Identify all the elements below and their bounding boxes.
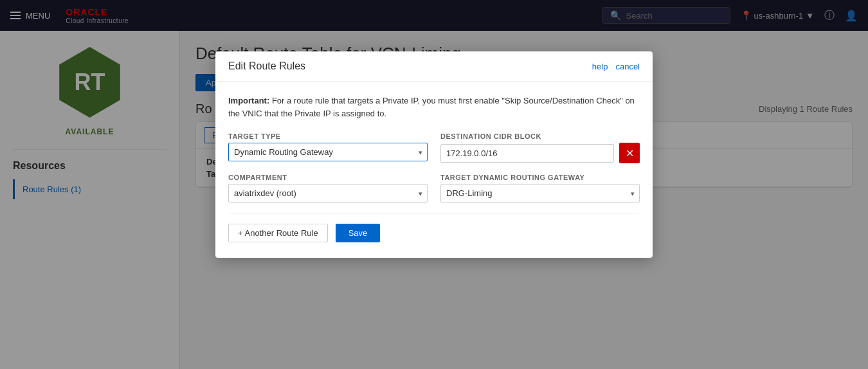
target-drg-select[interactable]: DRG-Liming: [440, 184, 640, 203]
destination-cidr-label: DESTINATION CIDR BLOCK: [440, 132, 640, 140]
compartment-group: COMPARTMENT aviatrixdev (root): [228, 174, 428, 203]
cidr-row: ✕: [440, 143, 640, 163]
dialog-header-links: help cancel: [592, 62, 640, 71]
dialog-overlay: Edit Route Rules help cancel Important: …: [0, 0, 868, 369]
cancel-link[interactable]: cancel: [615, 62, 640, 71]
target-drg-select-wrapper: DRG-Liming: [440, 184, 640, 203]
delete-rule-btn[interactable]: ✕: [619, 143, 640, 163]
add-another-rule-btn[interactable]: + Another Route Rule: [228, 224, 328, 242]
important-body: For a route rule that targets a Private …: [228, 96, 635, 118]
destination-cidr-input[interactable]: [440, 144, 614, 163]
form-row-1: TARGET TYPE Dynamic Routing Gateway Inte…: [228, 132, 640, 163]
compartment-select-wrapper: aviatrixdev (root): [228, 184, 428, 203]
help-link[interactable]: help: [592, 62, 608, 71]
compartment-label: COMPARTMENT: [228, 174, 428, 181]
important-label: Important:: [228, 96, 269, 105]
form-row-2: COMPARTMENT aviatrixdev (root) TARGET DY…: [228, 174, 640, 203]
important-notice: Important: For a route rule that targets…: [228, 94, 640, 120]
edit-route-rules-dialog: Edit Route Rules help cancel Important: …: [215, 51, 653, 258]
target-type-select[interactable]: Dynamic Routing Gateway Internet Gateway…: [228, 143, 428, 161]
dialog-footer: + Another Route Rule Save: [228, 224, 640, 245]
target-type-group: TARGET TYPE Dynamic Routing Gateway Inte…: [228, 132, 428, 163]
dialog-body: Important: For a route rule that targets…: [215, 82, 653, 258]
destination-cidr-group: DESTINATION CIDR BLOCK ✕: [440, 132, 640, 163]
target-type-label: TARGET TYPE: [228, 132, 428, 140]
divider: [228, 213, 640, 213]
save-btn[interactable]: Save: [336, 224, 381, 242]
target-drg-group: TARGET DYNAMIC ROUTING GATEWAY DRG-Limin…: [440, 174, 640, 203]
target-type-select-wrapper: Dynamic Routing Gateway Internet Gateway…: [228, 143, 428, 161]
target-drg-label: TARGET DYNAMIC ROUTING GATEWAY: [440, 174, 640, 181]
compartment-select[interactable]: aviatrixdev (root): [228, 184, 428, 203]
dialog-title: Edit Route Rules: [228, 60, 305, 72]
dialog-header: Edit Route Rules help cancel: [215, 51, 653, 82]
